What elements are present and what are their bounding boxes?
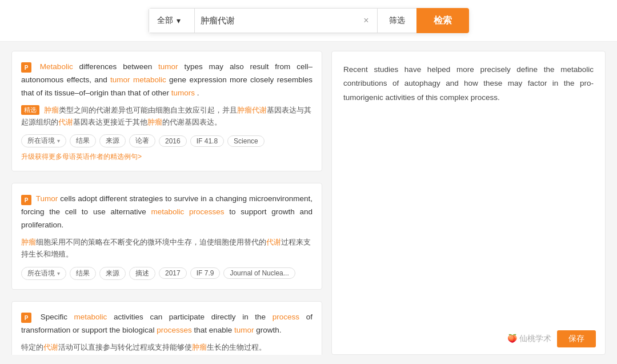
tag-year-2: 2017: [159, 267, 187, 279]
filter-button[interactable]: 筛选: [377, 8, 416, 33]
tag-year: 2016: [159, 135, 187, 147]
result-source-icon-3: P: [21, 313, 31, 323]
result-zh-text-3: 特定的代谢活动可以直接参与转化过程或支持能够使肿瘤生长的生物过程。: [21, 343, 266, 351]
results-panel: P Metabolic differences between tumor ty…: [11, 51, 331, 355]
app-logo: 🍑 仙桃学术: [507, 334, 551, 344]
zh-badge: 精选: [21, 105, 39, 115]
upgrade-link[interactable]: 升级获得更多母语英语作者的精选例句>: [21, 152, 312, 162]
result-zh-text-2: 肿瘤细胞采用不同的策略在不断变化的微环境中生存，迫使细胞使用替代的代谢过程来支持…: [21, 238, 311, 258]
result-en-text-2: P Tumor cells adopt different strategies…: [21, 193, 312, 232]
tag-result[interactable]: 结果: [70, 134, 96, 147]
search-type-arrow: ▾: [177, 16, 181, 25]
svg-text:P: P: [25, 315, 29, 321]
result-source-icon-2: P: [21, 195, 31, 205]
result-source-icon: P: [21, 62, 31, 73]
search-input[interactable]: [201, 16, 362, 26]
search-type-label: 全部: [157, 15, 173, 26]
result-item: P Tumor cells adopt different strategies…: [11, 183, 322, 289]
save-button[interactable]: 保存: [557, 330, 596, 347]
en-metabolic-1: Metabolic: [40, 62, 73, 71]
search-button[interactable]: 检索: [416, 8, 469, 33]
result-zh-wrap-3: 特定的代谢活动可以直接参与转化过程或支持能够使肿瘤生长的生物过程。: [21, 342, 312, 354]
tag-journal: Science: [227, 135, 265, 147]
clear-button[interactable]: ×: [361, 15, 371, 26]
result-item: P Metabolic differences between tumor ty…: [11, 51, 322, 171]
search-input-wrap: ×: [194, 8, 377, 33]
result-zh-text: 肿瘤类型之间的代谢差异也可能由细胞自主效应引起，并且肿瘤代谢基因表达与其起源组织…: [21, 106, 311, 126]
result-en-text: P Metabolic differences between tumor ty…: [21, 61, 312, 100]
svg-text:P: P: [25, 197, 29, 203]
tag-type[interactable]: 论著: [129, 134, 155, 147]
tags-row-1: 所在语境 ▾ 结果 来源 论著 2016 IF 41.8 Science: [21, 134, 312, 147]
detail-bottom: 🍑 仙桃学术 保存: [507, 330, 596, 347]
tags-row-2: 所在语境 ▾ 结果 来源 摘述 2017 IF 7.9 Journal of N…: [21, 267, 312, 280]
tag-journal-2: Journal of Nuclea...: [223, 267, 295, 279]
top-bar: 全部 ▾ × 筛选 检索: [0, 0, 617, 42]
tag-context-2[interactable]: 所在语境 ▾: [21, 267, 66, 280]
tag-source[interactable]: 来源: [99, 134, 126, 147]
tag-type-2[interactable]: 摘述: [129, 267, 155, 280]
tag-if: IF 41.8: [190, 135, 224, 147]
tag-source-2[interactable]: 来源: [99, 267, 126, 280]
search-type-dropdown[interactable]: 全部 ▾: [149, 8, 194, 33]
tag-result-2[interactable]: 结果: [70, 267, 96, 280]
result-zh-wrap-2: 肿瘤细胞采用不同的策略在不断变化的微环境中生存，迫使细胞使用替代的代谢过程来支持…: [21, 237, 312, 261]
result-zh-wrap: 精选 肿瘤类型之间的代谢差异也可能由细胞自主效应引起，并且肿瘤代谢基因表达与其起…: [21, 105, 312, 129]
tag-context[interactable]: 所在语境 ▾: [21, 134, 66, 147]
svg-text:P: P: [25, 65, 29, 71]
search-container: 全部 ▾ × 筛选 检索: [149, 8, 469, 33]
main-content: P Metabolic differences between tumor ty…: [0, 42, 617, 364]
tag-if-2: IF 7.9: [190, 267, 221, 279]
detail-panel: Recent studies have helped more precisel…: [331, 51, 606, 355]
result-item: P Specific metabolic activities can part…: [11, 301, 322, 355]
detail-text: Recent studies have helped more precisel…: [343, 63, 594, 105]
result-en-text-3: P Specific metabolic activities can part…: [21, 311, 312, 337]
